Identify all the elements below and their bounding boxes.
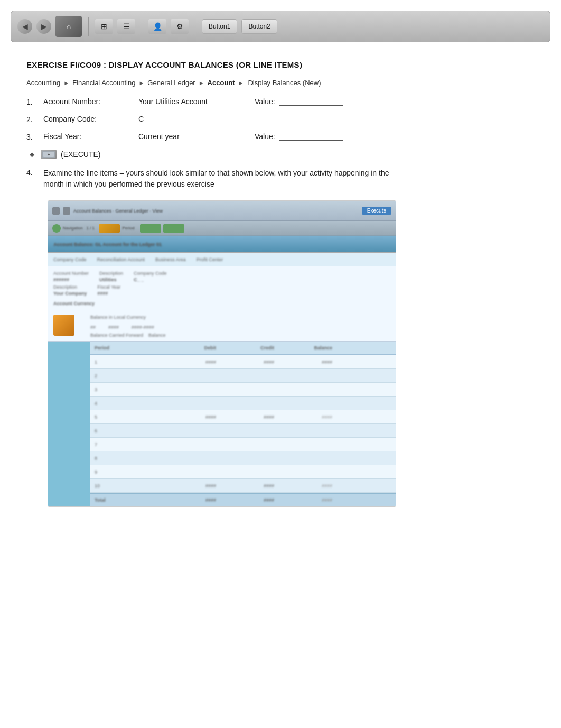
table-row: 9	[90, 465, 396, 479]
ss-fy-label: Fiscal Year	[97, 284, 120, 290]
ss-fy-value: ####	[97, 291, 120, 296]
ss-balance-debit: ####	[108, 325, 119, 330]
step-3-value-label: Value:	[255, 132, 275, 141]
step-4-number: 4.	[26, 168, 39, 177]
step-1: 1. Account Number: Your Utilities Accoun…	[26, 97, 535, 106]
page-content: EXERCISE FI/CO09 : DISPLAY ACCOUNT BALAN…	[11, 55, 550, 512]
ss-cc-label: Company Code	[134, 271, 167, 276]
ss-balance-credit: ####-####	[132, 325, 154, 330]
ss-blue-bar	[48, 342, 90, 507]
ss-second-toolbar: Navigation 1 / 1 Period	[48, 221, 396, 236]
breadcrumb-display-balances: Display Balances (New)	[248, 79, 321, 87]
step-3-input[interactable]	[279, 132, 343, 141]
execute-label: (EXECUTE)	[61, 150, 100, 159]
ss-cc2-value: Your Company	[53, 291, 87, 296]
ss-totals-credit: ####	[232, 497, 274, 503]
ss-info-item-1: Company Code	[53, 257, 87, 262]
main-toolbar[interactable]: ◀ ▶ ⌂ ⊞ ☰ 👤 ⚙ Button1 Button2	[11, 11, 550, 42]
ss-col-debit: Debit	[174, 345, 216, 351]
ss-nav-text: Navigation 1 / 1	[63, 226, 97, 231]
breadcrumb-arrow-1: ►	[63, 80, 69, 86]
ss-info-item-2: Reconciliation Account	[97, 257, 145, 262]
separator-3	[195, 17, 195, 36]
execute-icon: ▶	[41, 150, 57, 159]
ss-orange-block	[99, 224, 120, 233]
table-row: 5 #### #### ####	[90, 410, 396, 424]
step-2-label: Company Code:	[43, 115, 128, 123]
steps-list: 1. Account Number: Your Utilities Accoun…	[26, 97, 535, 141]
step-1-value: Your Utilities Account	[138, 97, 244, 106]
ss-totals-balance: ####	[290, 497, 332, 503]
breadcrumb-accounting: Accounting	[26, 79, 60, 87]
ss-account-label: Account Number	[53, 271, 89, 276]
ss-icon-2	[63, 207, 70, 215]
step-1-value-label: Value:	[255, 97, 275, 106]
step-3-value: Current year	[138, 132, 244, 141]
ss-section-label: Account Currency	[53, 301, 95, 306]
ss-execute-btn: Execute	[362, 207, 391, 215]
grid-icon[interactable]: ⊞	[95, 19, 113, 34]
home-icon[interactable]: ⌂	[55, 16, 82, 37]
breadcrumb-arrow-3: ►	[199, 80, 204, 86]
table-row: 3	[90, 383, 396, 397]
step-3: 3. Fiscal Year: Current year Value:	[26, 132, 535, 141]
ss-data-section: Account Number ###### Description Utilit…	[48, 266, 396, 311]
table-row: 2	[90, 369, 396, 383]
ss-green-icon	[52, 224, 61, 233]
ss-header-bar: Account Balance: GL Account for the Ledg…	[48, 236, 396, 253]
ss-green-block	[140, 224, 161, 233]
ss-balance-label: Balance in Local Currency	[90, 315, 166, 320]
separator-2	[142, 17, 142, 36]
ss-period-text: Period	[122, 226, 138, 231]
ss-green-block-2	[163, 224, 184, 233]
ss-desc-label: Description	[99, 271, 123, 276]
breadcrumb-arrow-4: ►	[238, 80, 244, 86]
ss-totals-debit: ####	[174, 497, 216, 503]
bullet-diamond: ◆	[30, 151, 34, 158]
ss-info-row: Company Code Reconciliation Account Busi…	[48, 253, 396, 266]
ss-col-credit: Credit	[232, 345, 274, 351]
ss-icon-1	[52, 207, 60, 215]
step-3-label: Fiscal Year:	[43, 132, 128, 141]
ss-account-value: ######	[53, 277, 89, 282]
button1[interactable]: Button1	[202, 19, 237, 34]
step-1-input[interactable]	[279, 97, 343, 106]
ss-balance-section: Balance in Local Currency ## #### ####-#…	[48, 311, 396, 342]
ss-table-rows: 1 #### #### #### 2 3	[90, 355, 396, 493]
step-2: 2. Company Code: C_ _ _	[26, 115, 535, 124]
breadcrumb-financial-accounting: Financial Accounting	[72, 79, 135, 87]
ss-col-balance: Balance	[290, 345, 332, 351]
ss-table-header: Period Debit Credit Balance	[90, 342, 396, 355]
exercise-title: EXERCISE FI/CO09 : DISPLAY ACCOUNT BALAN…	[26, 60, 535, 69]
ss-title-text: Account Balances · General Ledger · View	[73, 208, 163, 214]
back-icon[interactable]: ◀	[17, 19, 32, 34]
ss-totals-row: Total #### #### ####	[90, 493, 396, 506]
ss-desc-value: Utilities	[99, 277, 123, 282]
table-row: 7	[90, 438, 396, 451]
svg-text:▶: ▶	[48, 153, 50, 156]
ss-table-area: Period Debit Credit Balance 1 #### #### …	[48, 342, 396, 507]
screenshot-mockup: Account Balances · General Ledger · View…	[48, 200, 396, 507]
list-icon[interactable]: ☰	[117, 19, 135, 34]
table-row: 6	[90, 424, 396, 438]
breadcrumb-arrow-2: ►	[138, 80, 144, 86]
settings-icon[interactable]: ⚙	[171, 19, 189, 34]
button2[interactable]: Button2	[241, 19, 277, 34]
forward-icon[interactable]: ▶	[36, 19, 51, 34]
breadcrumb-account: Account	[208, 79, 235, 87]
ss-totals-label: Total	[95, 497, 158, 503]
ss-balance-footer: Balance Carried Forward Balance	[90, 333, 166, 338]
person-icon[interactable]: 👤	[148, 19, 166, 34]
ss-header-text: Account Balance: GL Account for the Ledg…	[53, 242, 162, 247]
ss-info-item-4: Profit Center	[197, 257, 223, 262]
ss-balance-opening: ##	[90, 325, 96, 330]
step-1-label: Account Number:	[43, 97, 128, 106]
step-4-text: Examine the line items – yours should lo…	[43, 168, 392, 190]
ss-cc2-label: Description	[53, 284, 87, 290]
ss-toolbar: Account Balances · General Ledger · View…	[48, 201, 396, 221]
ss-orange-icon	[53, 315, 74, 336]
breadcrumb-general-ledger: General Ledger	[147, 79, 195, 87]
table-row: 8	[90, 451, 396, 465]
table-row: 1 #### #### ####	[90, 355, 396, 369]
ss-info-item-3: Business Area	[155, 257, 186, 262]
